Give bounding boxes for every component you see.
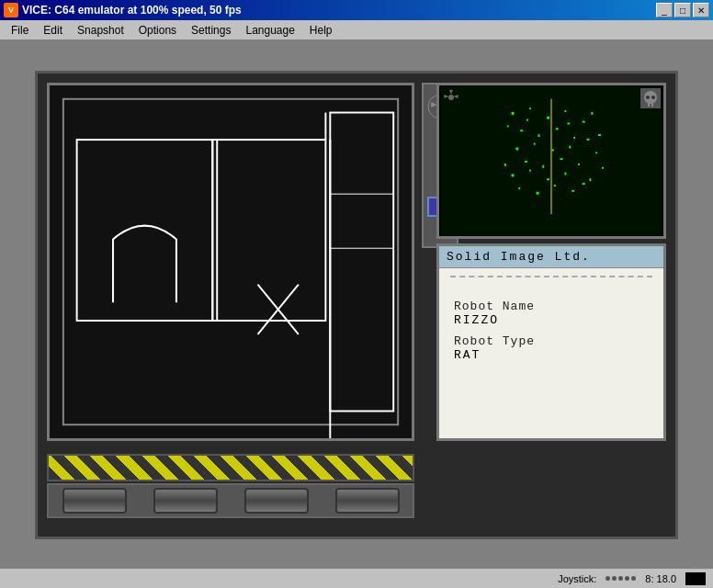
radar-display	[439, 85, 663, 236]
svg-rect-48	[583, 183, 585, 185]
maximize-button[interactable]: □	[674, 3, 691, 17]
radar-screen	[439, 85, 663, 236]
svg-point-18	[646, 96, 650, 99]
title-bar-text: V VICE: C64 emulator at 100% speed, 50 f…	[4, 3, 242, 17]
joystick-label: Joystick:	[558, 573, 596, 584]
svg-rect-55	[598, 134, 601, 136]
svg-rect-49	[518, 187, 520, 189]
joystick-dots	[605, 576, 636, 581]
robot-name-label: Robot Name	[454, 300, 649, 313]
svg-rect-33	[573, 137, 575, 139]
svg-rect-26	[547, 117, 549, 119]
menu-help[interactable]: Help	[302, 22, 340, 39]
robot-type-label: Robot Type	[454, 334, 649, 348]
joy-dot-4	[625, 576, 629, 581]
joy-dot-5	[631, 576, 636, 581]
joy-dot-3	[618, 576, 623, 581]
svg-rect-30	[520, 130, 523, 131]
robot-type-field: Robot Type RAT	[454, 334, 649, 362]
svg-point-22	[448, 95, 454, 100]
black-indicator	[685, 572, 706, 585]
svg-rect-47	[564, 173, 566, 175]
menu-settings[interactable]: Settings	[184, 22, 238, 39]
menu-options[interactable]: Options	[131, 22, 184, 39]
svg-rect-53	[589, 178, 591, 181]
svg-rect-51	[554, 185, 556, 187]
svg-rect-46	[547, 178, 549, 180]
close-button[interactable]: ✕	[693, 3, 709, 17]
radar-panel	[436, 83, 666, 239]
main-content: N	[0, 40, 713, 570]
svg-rect-59	[526, 119, 528, 121]
svg-rect-42	[560, 158, 563, 160]
menu-edit[interactable]: Edit	[36, 22, 70, 39]
coordinates-display: 8: 18.0	[645, 573, 676, 584]
mech-cylinder-2	[153, 488, 218, 514]
svg-rect-50	[537, 192, 539, 195]
menu-snapshot[interactable]: Snapshot	[70, 22, 131, 39]
svg-rect-37	[569, 146, 571, 149]
mech-bar	[47, 483, 414, 518]
svg-rect-34	[515, 148, 518, 151]
svg-rect-32	[556, 128, 559, 130]
svg-rect-56	[504, 164, 506, 166]
svg-rect-41	[542, 165, 544, 168]
radar-radiation-icon	[442, 88, 460, 107]
menu-file[interactable]: File	[4, 22, 36, 39]
svg-rect-58	[567, 123, 570, 125]
hazard-stripe	[47, 454, 414, 481]
svg-point-19	[651, 96, 655, 99]
svg-rect-28	[583, 121, 585, 123]
svg-rect-52	[572, 190, 574, 192]
svg-rect-35	[534, 143, 536, 145]
menu-language[interactable]: Language	[238, 22, 301, 39]
info-divider	[450, 276, 652, 277]
mech-cylinder-4	[335, 488, 400, 514]
svg-rect-57	[602, 167, 604, 169]
robot-type-value: RAT	[454, 348, 649, 362]
minimize-button[interactable]: _	[656, 3, 673, 17]
joy-dot-1	[605, 576, 610, 581]
info-header: Solid Image Ltd.	[439, 246, 663, 268]
svg-rect-27	[564, 110, 566, 112]
svg-rect-25	[529, 107, 531, 109]
game-screen: N	[35, 71, 678, 539]
blueprint-panel	[47, 83, 414, 441]
joy-dot-2	[612, 576, 617, 581]
mech-cylinder-3	[244, 488, 309, 514]
svg-rect-0	[50, 85, 412, 438]
window-title: VICE: C64 emulator at 100% speed, 50 fps	[22, 4, 242, 17]
svg-rect-45	[529, 170, 531, 172]
svg-rect-43	[578, 164, 580, 165]
svg-rect-39	[595, 152, 597, 153]
app-icon: V	[4, 3, 18, 17]
svg-rect-54	[507, 125, 509, 127]
svg-rect-40	[525, 161, 527, 163]
menu-bar: File Edit Snapshot Options Settings Lang…	[0, 20, 713, 40]
svg-rect-24	[512, 112, 515, 115]
blueprint-svg	[50, 85, 412, 438]
info-panel: Solid Image Ltd. Robot Name RIZZO Robot …	[436, 243, 666, 441]
svg-rect-20	[648, 103, 650, 107]
svg-rect-44	[512, 174, 515, 176]
svg-rect-38	[587, 139, 590, 141]
info-content: Robot Name RIZZO Robot Type RAT	[439, 285, 663, 377]
svg-rect-31	[538, 134, 540, 137]
title-buttons: _ □ ✕	[656, 3, 709, 17]
robot-name-field: Robot Name RIZZO	[454, 300, 649, 327]
skull-icon	[640, 88, 661, 108]
robot-name-value: RIZZO	[454, 313, 649, 327]
svg-rect-21	[651, 103, 653, 107]
title-bar: V VICE: C64 emulator at 100% speed, 50 f…	[0, 0, 713, 20]
mech-cylinder-1	[62, 488, 127, 514]
svg-rect-29	[591, 112, 593, 115]
status-bar: Joystick: 8: 18.0	[0, 568, 713, 588]
